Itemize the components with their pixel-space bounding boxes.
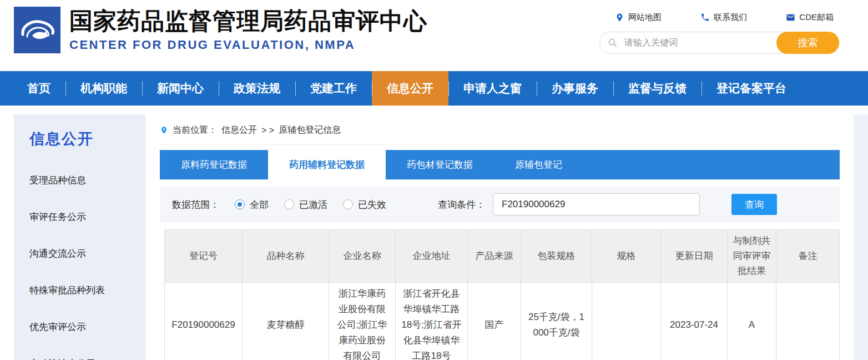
mail-icon [786,13,795,22]
site-search-button[interactable]: 搜索 [776,32,839,54]
breadcrumb-label: 当前位置： [173,124,217,136]
registration-table: 登记号 品种名称 企业名称 企业地址 产品来源 包装规格 规格 更新日期 与制剂… [164,229,840,360]
cde-mail-label: CDE邮箱 [799,12,834,23]
header-product-origin: 产品来源 [468,230,521,283]
main-area: 信息公开 受理品种信息 审评任务公示 沟通交流公示 特殊审批品种列表 优先审评公… [0,114,868,360]
radio-activated[interactable]: 已激活 [284,198,327,211]
nav-item-functions[interactable]: 机构职能 [65,71,142,106]
radio-selected-icon [235,199,245,209]
filter-bar: 数据范围： 全部 已激活 已失效 查询条件： 查询 [160,187,840,222]
header-company-address: 企业地址 [396,230,468,283]
location-pin-icon [615,13,624,22]
header-variety-name: 品种名称 [243,230,329,283]
header-company-name: 企业名称 [329,230,396,283]
header-spec: 规格 [592,230,661,283]
cell-joint-review-result: A [728,282,776,360]
content: 当前位置： 信息公开 > > 原辅包登记信息 原料药登记数据 药用辅料登记数据 … [160,114,840,360]
cde-mail-link[interactable]: CDE邮箱 [786,12,834,23]
tab-api-registration[interactable]: 原料药登记数据 [160,150,268,179]
cell-product-origin: 国产 [468,282,521,360]
nav-item-info-disclosure[interactable]: 信息公开 [372,71,448,106]
site-title-block: 国家药品监督管理局药品审评中心 CENTER FOR DRUG EVALUATI… [69,8,427,52]
cell-spec [592,282,661,360]
location-pin-icon [160,125,168,136]
breadcrumb-section[interactable]: 信息公开 [221,124,257,136]
table-header-row: 登记号 品种名称 企业名称 企业地址 产品来源 包装规格 规格 更新日期 与制剂… [165,230,840,283]
sidebar-item-priority-review[interactable]: 优先审评公示 [29,321,145,333]
cell-registration-no: F20190000629 [165,282,243,360]
site-search: 搜索 [599,32,839,54]
nav-item-home[interactable]: 首页 [12,71,65,106]
quick-links: 网站地图 联系我们 CDE邮箱 [599,12,839,23]
cell-update-date: 2023-07-24 [661,282,728,360]
cell-remarks [776,282,840,360]
cde-logo-icon [14,7,60,53]
cell-packaging-spec: 25千克/袋，1000千克/袋 [521,282,592,360]
main-inner: 信息公开 受理品种信息 审评任务公示 沟通交流公示 特殊审批品种列表 优先审评公… [0,114,854,360]
header-joint-review-result: 与制剂共同审评审批结果 [728,230,776,283]
search-icon [607,37,618,48]
nav-item-party[interactable]: 党建工作 [295,71,372,106]
radio-unselected-icon [343,199,353,209]
sidebar-list: 受理品种信息 审评任务公示 沟通交流公示 特殊审批品种列表 优先审评公示 突破性… [29,174,145,360]
table-row: F20190000629 麦芽糖醇 浙江华康药业股份有限公司;浙江华康药业股份有… [165,282,840,360]
cell-company-name: 浙江华康药业股份有限公司;浙江华康药业股份有限公司 [329,282,396,360]
contact-link[interactable]: 联系我们 [700,12,747,23]
header-remarks: 备注 [776,230,840,283]
nav-item-services[interactable]: 办事服务 [537,71,613,106]
nav-item-applicant-window[interactable]: 申请人之窗 [448,71,537,106]
nav-item-registration-platform[interactable]: 登记备案平台 [702,71,801,106]
sidebar-item-accepted-varieties[interactable]: 受理品种信息 [29,174,145,187]
sidebar: 信息公开 受理品种信息 审评任务公示 沟通交流公示 特殊审批品种列表 优先审评公… [14,114,145,360]
nav-item-news[interactable]: 新闻中心 [142,71,219,106]
radio-unselected-icon [284,199,294,209]
tab-packaging-registration[interactable]: 药包材登记数据 [386,150,494,179]
cell-variety-name: 麦芽糖醇 [243,282,329,360]
tab-excipient-registration[interactable]: 药用辅料登记数据 [268,150,386,179]
radio-all[interactable]: 全部 [235,198,269,211]
sidebar-item-communication[interactable]: 沟通交流公示 [29,247,145,260]
radio-activated-label: 已激活 [299,198,327,211]
header-packaging-spec: 包装规格 [521,230,592,283]
breadcrumb: 当前位置： 信息公开 > > 原辅包登记信息 [160,114,840,144]
site-title: 国家药品监督管理局药品审评中心 [69,8,427,34]
contact-label: 联系我们 [714,12,747,23]
sidebar-title: 信息公开 [29,129,145,149]
nav-item-supervision[interactable]: 监督与反馈 [613,71,702,106]
site-header: 国家药品监督管理局药品审评中心 CENTER FOR DRUG EVALUATI… [0,0,868,71]
header-right: 网站地图 联系我们 CDE邮箱 搜索 [599,12,839,54]
cell-company-address: 浙江省开化县华埠镇华工路18号;浙江省开化县华埠镇华工路18号 [396,282,468,360]
header-registration-no: 登记号 [165,230,243,283]
nav-item-policy[interactable]: 政策法规 [219,71,295,106]
site-subtitle: CENTER FOR DRUG EVALUATION, NMPA [69,38,427,52]
main-nav: 首页 机构职能 新闻中心 政策法规 党建工作 信息公开 申请人之窗 办事服务 监… [0,71,868,106]
sitemap-link[interactable]: 网站地图 [615,12,662,23]
data-scope-label: 数据范围： [172,198,219,211]
radio-expired[interactable]: 已失效 [343,198,386,211]
tab-apipack-registration[interactable]: 原辅包登记 [494,150,583,179]
breadcrumb-current: 原辅包登记信息 [279,124,341,136]
sidebar-item-breakthrough-therapy[interactable]: 突破性治疗公示 [29,357,145,360]
query-condition-label: 查询条件： [438,198,485,211]
sitemap-label: 网站地图 [628,12,662,23]
sidebar-item-review-tasks[interactable]: 审评任务公示 [29,211,145,223]
phone-icon [700,13,710,22]
sidebar-item-special-approval[interactable]: 特殊审批品种列表 [29,284,145,297]
query-button[interactable]: 查询 [731,194,777,215]
breadcrumb-separator: > > [261,126,274,136]
radio-all-label: 全部 [250,198,269,211]
tab-bar: 原料药登记数据 药用辅料登记数据 药包材登记数据 原辅包登记 [160,150,840,179]
radio-expired-label: 已失效 [358,198,386,211]
query-condition-input[interactable] [493,193,700,216]
header-update-date: 更新日期 [661,230,728,283]
